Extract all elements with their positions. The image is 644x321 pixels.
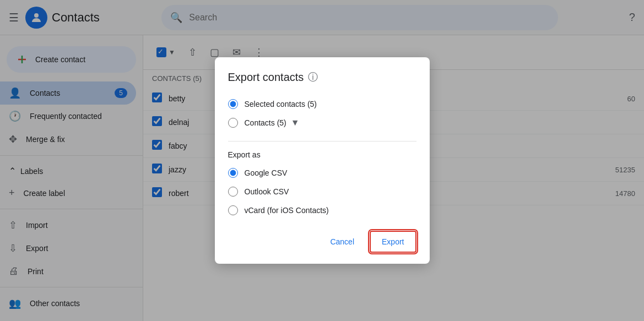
radio-outlook-csv-label: Outlook CSV: [245, 187, 289, 196]
radio-google-csv-input[interactable]: [228, 168, 238, 178]
export-button[interactable]: Export: [370, 231, 416, 253]
radio-selected-contacts[interactable]: Selected contacts (5): [228, 95, 416, 113]
dropdown-arrow-icon: ▼: [291, 118, 300, 128]
radio-selected-input[interactable]: [228, 99, 238, 109]
export-who-group: Selected contacts (5) Contacts (5) ▼: [228, 95, 416, 132]
radio-google-csv[interactable]: Google CSV: [228, 164, 416, 182]
export-as-label: Export as: [228, 150, 416, 159]
radio-google-csv-label: Google CSV: [245, 168, 288, 177]
radio-selected-label: Selected contacts (5): [245, 100, 317, 108]
dialog-title: Export contacts: [228, 71, 304, 84]
dialog-title-row: Export contacts ⓘ: [228, 70, 416, 84]
radio-vcard-input[interactable]: [228, 205, 238, 215]
modal-overlay: Export contacts ⓘ Selected contacts (5) …: [0, 0, 644, 321]
export-format-group: Google CSV Outlook CSV vCard (for iOS Co…: [228, 164, 416, 220]
radio-outlook-csv[interactable]: Outlook CSV: [228, 182, 416, 201]
radio-vcard-label: vCard (for iOS Contacts): [245, 206, 329, 215]
export-dialog: Export contacts ⓘ Selected contacts (5) …: [215, 57, 430, 264]
cancel-button[interactable]: Cancel: [319, 232, 365, 252]
radio-all-contacts[interactable]: Contacts (5) ▼: [228, 113, 416, 132]
radio-outlook-csv-input[interactable]: [228, 187, 238, 197]
dialog-actions: Cancel Export: [228, 231, 416, 253]
radio-vcard[interactable]: vCard (for iOS Contacts): [228, 201, 416, 220]
radio-all-input[interactable]: [228, 118, 238, 128]
radio-all-label: Contacts (5): [245, 118, 286, 127]
contacts-dropdown-wrapper: Contacts (5) ▼: [245, 118, 300, 128]
dialog-divider: [228, 141, 416, 142]
dialog-help-icon[interactable]: ⓘ: [308, 70, 318, 84]
